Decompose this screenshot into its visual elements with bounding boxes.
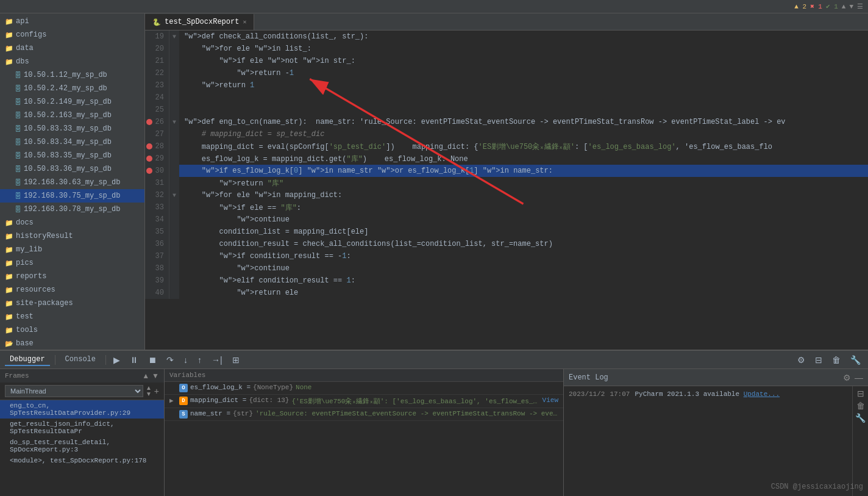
add-thread-btn[interactable]: + bbox=[154, 386, 159, 396]
sidebar-item-my_lib[interactable]: 📁my_lib bbox=[0, 243, 144, 256]
stop-btn[interactable]: ⏹ bbox=[146, 354, 159, 366]
fold-indicator-21[interactable] bbox=[169, 55, 179, 67]
log-link-0[interactable]: Update... bbox=[744, 390, 780, 398]
resume-btn[interactable]: ▶ bbox=[111, 354, 123, 366]
frames-up-btn[interactable]: ▲ bbox=[142, 372, 149, 380]
code-line-40[interactable]: 40 "w">return ele bbox=[145, 287, 868, 299]
code-line-36[interactable]: 36 condition_result = check_all_conditio… bbox=[145, 238, 868, 250]
code-line-28[interactable]: 28 mapping_dict = eval(spConfig['sp_test… bbox=[145, 140, 868, 153]
var-link-1[interactable]: View bbox=[542, 397, 558, 404]
frame-item-1[interactable]: get_result_json_info_dict, SpTestResultD… bbox=[0, 419, 164, 437]
fold-indicator-29[interactable] bbox=[169, 153, 179, 165]
sidebar-item-db4[interactable]: 🗄10.50.2.163_my_sp_db bbox=[0, 109, 144, 122]
code-line-39[interactable]: 39 "w">elif condition_result == 1: bbox=[145, 275, 868, 287]
sidebar-item-tools[interactable]: 📁tools bbox=[0, 323, 144, 337]
fold-indicator-25[interactable] bbox=[169, 104, 179, 116]
frame-item-3[interactable]: <module>, test_SpDocxReport.py:178 bbox=[0, 455, 164, 466]
sidebar-item-configs[interactable]: 📁configs bbox=[0, 28, 144, 41]
tab-test-spdocxreport[interactable]: 🐍 test_SpDocxReport ✕ bbox=[145, 14, 254, 30]
breakpoint-29[interactable] bbox=[146, 156, 152, 162]
sidebar-item-db8[interactable]: 🗄10.50.83.36_my_sp_db bbox=[0, 162, 144, 176]
code-line-38[interactable]: 38 "w">continue bbox=[145, 262, 868, 275]
run-to-cursor-btn[interactable]: →| bbox=[209, 354, 225, 366]
wrench-btn[interactable]: 🔧 bbox=[848, 354, 863, 366]
menu-icon[interactable]: ☰ bbox=[857, 2, 863, 10]
sidebar-item-pics[interactable]: 📁pics bbox=[0, 256, 144, 270]
sidebar-item-db10[interactable]: 🗄192.168.30.75_my_sp_db bbox=[0, 189, 144, 203]
sidebar-item-db6[interactable]: 🗄10.50.83.34_my_sp_db bbox=[0, 135, 144, 149]
sidebar-item-data[interactable]: 📁data bbox=[0, 41, 144, 55]
thread-down-btn[interactable]: ▼ bbox=[146, 391, 152, 397]
step-out-btn[interactable]: ↑ bbox=[195, 354, 204, 366]
tab-close-button[interactable]: ✕ bbox=[243, 18, 246, 26]
sidebar-item-resources[interactable]: 📁resources bbox=[0, 283, 144, 297]
tab-console[interactable]: Console bbox=[60, 354, 101, 366]
fold-indicator-39[interactable] bbox=[169, 275, 179, 287]
frames-down-btn[interactable]: ▼ bbox=[152, 372, 159, 380]
step-over-btn[interactable]: ↷ bbox=[164, 354, 176, 366]
sidebar-item-db11[interactable]: 🗄192.168.30.78_my_sp_db bbox=[0, 203, 144, 216]
fold-indicator-22[interactable] bbox=[169, 67, 179, 79]
sidebar-item-dbs[interactable]: 📁dbs bbox=[0, 55, 144, 68]
code-line-32[interactable]: 32▼ "w">for ele "w">in mapping_dict: bbox=[145, 189, 868, 201]
fold-indicator-23[interactable] bbox=[169, 79, 179, 92]
code-line-33[interactable]: 33 "w">if ele == "库": bbox=[145, 201, 868, 214]
code-line-19[interactable]: 19▼"w">def check_all_conditions(list_, s… bbox=[145, 31, 868, 43]
sidebar-item-db9[interactable]: 🗄192.168.30.63_my_sp_db bbox=[0, 176, 144, 189]
log-delete-btn[interactable]: 🗑 bbox=[855, 401, 866, 411]
code-line-23[interactable]: 23 "w">return 1 bbox=[145, 79, 868, 92]
sidebar-item-docs[interactable]: 📁docs bbox=[0, 216, 144, 229]
down-icon[interactable]: ▼ bbox=[849, 3, 853, 10]
fold-indicator-19[interactable]: ▼ bbox=[169, 31, 179, 43]
code-line-20[interactable]: 20 "w">for ele "w">in list_: bbox=[145, 43, 868, 55]
fold-indicator-36[interactable] bbox=[169, 238, 179, 250]
frame-item-2[interactable]: do_sp_test_result_detail, SpDocxReport.p… bbox=[0, 437, 164, 455]
breakpoint-26[interactable] bbox=[146, 119, 152, 125]
breakpoint-28[interactable] bbox=[146, 143, 152, 149]
log-layout-btn[interactable]: ⊟ bbox=[855, 389, 866, 398]
sidebar-item-api[interactable]: 📁api bbox=[0, 15, 144, 28]
sidebar-item-db5[interactable]: 🗄10.50.83.33_my_sp_db bbox=[0, 122, 144, 135]
fold-indicator-30[interactable] bbox=[169, 165, 179, 177]
fold-indicator-34[interactable] bbox=[169, 214, 179, 226]
fold-indicator-33[interactable] bbox=[169, 201, 179, 214]
event-log-settings[interactable]: ⚙ bbox=[843, 373, 851, 383]
fold-indicator-35[interactable] bbox=[169, 226, 179, 238]
sidebar-item-test[interactable]: 📁test bbox=[0, 310, 144, 323]
fold-indicator-26[interactable]: ▼ bbox=[169, 116, 179, 128]
var-expand-1[interactable]: ▶ bbox=[169, 397, 179, 404]
sidebar-item-db3[interactable]: 🗄10.50.2.149_my_sp_db bbox=[0, 95, 144, 109]
sidebar-item-db7[interactable]: 🗄10.50.83.35_my_sp_db bbox=[0, 149, 144, 162]
code-line-37[interactable]: 37 "w">if condition_result == -1: bbox=[145, 250, 868, 262]
code-line-35[interactable]: 35 condition_list = mapping_dict[ele] bbox=[145, 226, 868, 238]
code-line-27[interactable]: 27 # mapping_dict = sp_test_dic bbox=[145, 128, 868, 140]
fold-indicator-28[interactable] bbox=[169, 140, 179, 153]
fold-indicator-32[interactable]: ▼ bbox=[169, 189, 179, 201]
evaluate-btn[interactable]: ⊞ bbox=[230, 354, 242, 366]
event-log-minimize[interactable]: — bbox=[855, 373, 863, 383]
sidebar-item-historyResult[interactable]: 📁historyResult bbox=[0, 229, 144, 243]
code-line-22[interactable]: 22 "w">return -1 bbox=[145, 67, 868, 79]
fold-indicator-31[interactable] bbox=[169, 177, 179, 189]
breakpoint-30[interactable] bbox=[146, 168, 152, 174]
sidebar-item-reports[interactable]: 📁reports bbox=[0, 270, 144, 283]
fold-indicator-40[interactable] bbox=[169, 287, 179, 299]
pause-btn[interactable]: ⏸ bbox=[127, 354, 141, 366]
code-line-21[interactable]: 21 "w">if ele "w">not "w">in str_: bbox=[145, 55, 868, 67]
code-line-30[interactable]: 30 "w">if es_flow_log_k[0] "w">in name_s… bbox=[145, 165, 868, 177]
log-wrench-btn[interactable]: 🔧 bbox=[855, 413, 866, 423]
tab-debugger[interactable]: Debugger bbox=[5, 354, 50, 366]
fold-indicator-38[interactable] bbox=[169, 262, 179, 275]
code-container[interactable]: 19▼"w">def check_all_conditions(list_, s… bbox=[145, 31, 868, 350]
layout-btn[interactable]: ⊟ bbox=[813, 354, 825, 366]
fold-indicator-24[interactable] bbox=[169, 92, 179, 104]
fold-indicator-20[interactable] bbox=[169, 43, 179, 55]
sidebar-item-db2[interactable]: 🗄10.50.2.42_my_sp_db bbox=[0, 82, 144, 95]
settings-btn[interactable]: ⚙ bbox=[795, 354, 808, 366]
sidebar-item-base[interactable]: 📂base bbox=[0, 337, 144, 350]
fold-indicator-27[interactable] bbox=[169, 128, 179, 140]
up-icon[interactable]: ▲ bbox=[842, 3, 846, 10]
thread-dropdown[interactable]: MainThread bbox=[5, 385, 143, 397]
code-line-26[interactable]: 26▼"w">def eng_to_cn(name_str): name_str… bbox=[145, 116, 868, 128]
sidebar-item-site-packages[interactable]: 📁site-packages bbox=[0, 297, 144, 310]
